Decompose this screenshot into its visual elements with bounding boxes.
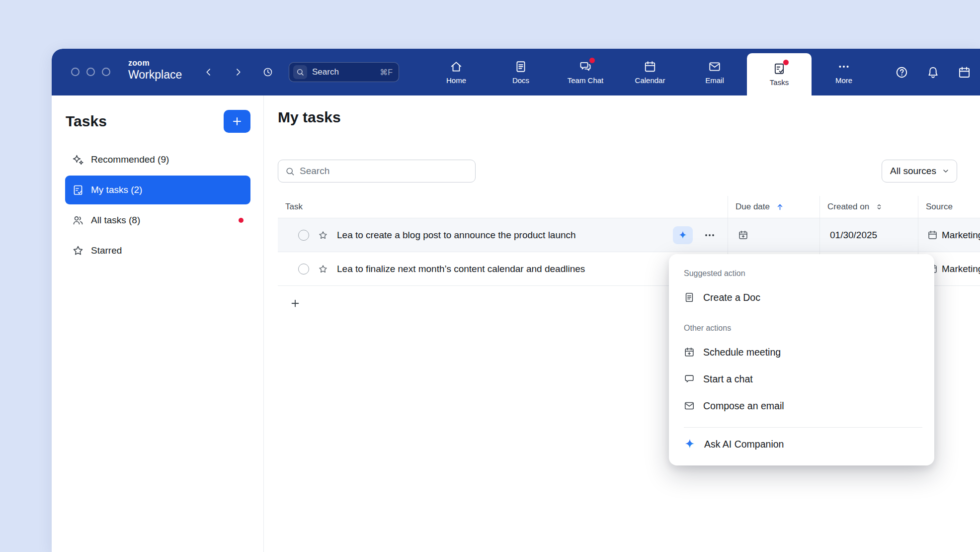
sidebar-item-label: All tasks (8) [91, 215, 140, 226]
menu-item-ask-ai-companion[interactable]: Ask AI Companion [669, 431, 934, 458]
window-minimize-button[interactable] [86, 68, 95, 76]
window-close-button[interactable] [71, 68, 80, 76]
column-header-task[interactable]: Task [278, 196, 728, 218]
sidebar-item-my-tasks[interactable]: My tasks (2) [65, 176, 250, 204]
star-icon[interactable] [318, 230, 328, 240]
zoom-workplace-logo: zoom Workplace [128, 59, 182, 82]
logo-zoom-text: zoom [128, 59, 182, 68]
calendar-plus-icon [684, 347, 695, 358]
menu-item-label: Ask AI Companion [704, 439, 784, 450]
sidebar-item-recommended[interactable]: Recommended (9) [65, 145, 250, 174]
add-due-date-icon[interactable] [738, 230, 748, 240]
sidebar-item-label: Recommended (9) [91, 154, 169, 165]
more-ellipsis-icon [837, 60, 850, 73]
nav-docs[interactable]: Docs [489, 49, 553, 95]
nav-home[interactable]: Home [424, 49, 489, 95]
table-row[interactable]: Lea to create a blog post to announce th… [278, 218, 980, 252]
tasks-unread-badge [783, 60, 789, 65]
chat-bubble-icon [684, 373, 695, 384]
tasks-search-input[interactable] [300, 166, 468, 177]
source-value: Marketing [942, 264, 980, 275]
calendar-icon [644, 60, 656, 73]
star-icon [72, 245, 84, 257]
menu-item-label: Start a chat [703, 373, 753, 385]
back-button[interactable] [201, 64, 217, 80]
nav-label: Docs [512, 76, 529, 85]
window-maximize-button[interactable] [102, 68, 110, 76]
menu-item-compose-email[interactable]: Compose an email [669, 392, 934, 419]
search-shortcut: ⌘F [380, 68, 393, 77]
help-button[interactable] [893, 63, 910, 81]
sidebar-item-all-tasks[interactable]: All tasks (8) [65, 206, 250, 235]
logo-workplace-text: Workplace [128, 68, 182, 82]
menu-item-label: Schedule meeting [703, 347, 781, 358]
star-icon[interactable] [318, 264, 328, 274]
task-title: Lea to create a blog post to announce th… [337, 230, 576, 241]
sidebar-list: Recommended (9) My tasks (2) All tasks (… [52, 145, 263, 265]
tasks-icon [773, 62, 786, 75]
global-search-placeholder: Search [312, 67, 339, 77]
nav-team-chat[interactable]: Team Chat [553, 49, 618, 95]
sidebar-item-label: My tasks (2) [91, 184, 142, 195]
sidebar-item-starred[interactable]: Starred [65, 236, 250, 265]
chevron-left-icon [204, 67, 214, 77]
row-more-actions-icon[interactable] [704, 229, 716, 241]
sidebar-item-label: Starred [91, 245, 122, 256]
global-search[interactable]: Search ⌘F [289, 62, 399, 82]
sparkles-icon [72, 154, 84, 166]
nav-email[interactable]: Email [682, 49, 747, 95]
menu-item-start-chat[interactable]: Start a chat [669, 366, 934, 392]
calendar-panel-icon [958, 66, 971, 79]
suggested-actions-menu: Suggested action Create a Doc Other acti… [669, 254, 934, 465]
sort-toggle-icon[interactable] [875, 203, 883, 211]
page-title: My tasks [278, 109, 341, 126]
home-icon [450, 60, 463, 73]
nav-more[interactable]: More [812, 49, 876, 95]
people-icon [72, 214, 84, 226]
bell-icon [926, 66, 940, 79]
envelope-icon [684, 400, 695, 411]
created-on-value: 01/30/2025 [830, 230, 877, 241]
source-value: Marketing [942, 230, 980, 241]
history-clock-icon [262, 67, 273, 78]
table-header: Task Due date Created on Source [278, 196, 980, 218]
forward-button[interactable] [230, 64, 246, 80]
add-task-button[interactable] [224, 110, 250, 133]
nav-label: Tasks [770, 78, 789, 87]
sidebar-title: Tasks [66, 113, 107, 130]
task-complete-checkbox[interactable] [298, 264, 309, 275]
ai-sparkle-icon [678, 230, 688, 240]
column-header-created-on[interactable]: Created on [819, 196, 918, 218]
history-button[interactable] [260, 64, 276, 80]
menu-divider [684, 427, 922, 428]
plus-icon [231, 115, 243, 127]
chevron-right-icon [233, 67, 243, 77]
menu-item-create-doc[interactable]: Create a Doc [669, 284, 934, 311]
nav-tasks[interactable]: Tasks [747, 53, 812, 95]
menu-section-label: Suggested action [669, 263, 934, 284]
source-filter-value: All sources [890, 166, 936, 177]
email-icon [708, 60, 721, 73]
menu-item-label: Create a Doc [703, 292, 760, 303]
docs-icon [514, 60, 527, 73]
notifications-button[interactable] [924, 63, 942, 81]
app-window: zoom Workplace Search ⌘F [52, 49, 980, 552]
source-calendar-icon [927, 230, 938, 240]
menu-item-schedule-meeting[interactable]: Schedule meeting [669, 339, 934, 366]
tasks-sidebar: Tasks Recommended (9) My tasks (2) [52, 95, 264, 552]
calendar-panel-button[interactable] [955, 63, 973, 81]
menu-item-label: Compose an email [703, 400, 784, 412]
sort-ascending-icon[interactable] [776, 203, 784, 211]
window-controls [71, 68, 110, 76]
task-title: Lea to finalize next month’s content cal… [337, 264, 585, 275]
task-complete-checkbox[interactable] [298, 230, 309, 241]
menu-section-label: Other actions [669, 311, 934, 339]
column-header-due-date[interactable]: Due date [728, 196, 819, 218]
ai-companion-action-button[interactable] [673, 226, 693, 244]
source-filter-dropdown[interactable]: All sources [882, 160, 957, 183]
column-header-source[interactable]: Source [918, 196, 980, 218]
nav-calendar[interactable]: Calendar [618, 49, 682, 95]
nav-label: Home [446, 76, 466, 85]
team-chat-icon [579, 60, 592, 73]
nav-label: Calendar [635, 76, 665, 85]
